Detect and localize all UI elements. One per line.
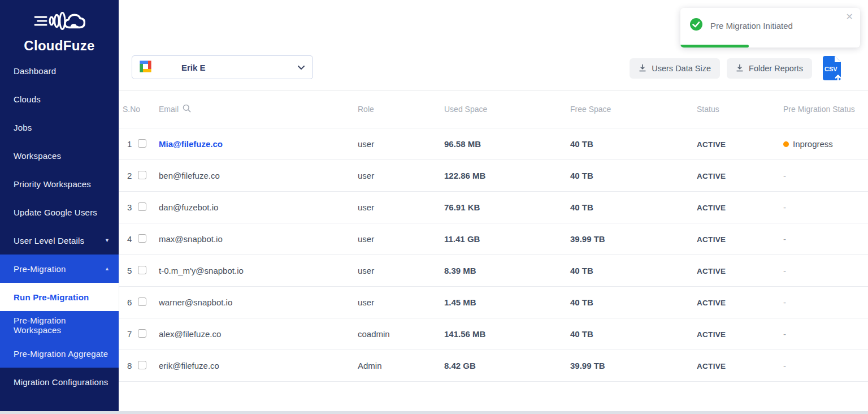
row-status: ACTIVE — [697, 172, 726, 180]
chevron-up-icon: ▲ — [105, 266, 110, 271]
row-free: 39.99 TB — [570, 361, 697, 370]
inprogress-dot-icon — [783, 141, 789, 147]
row-email[interactable]: Mia@filefuze.co — [159, 139, 358, 149]
row-premig: - — [783, 361, 866, 370]
sidebar-item-label: Jobs — [14, 123, 32, 132]
row-email: erik@filefuze.co — [159, 361, 358, 370]
sidebar-item-pre-migration[interactable]: Pre-Migration ▲ — [0, 255, 119, 283]
row-index: 6 — [119, 297, 138, 307]
row-used: 141.56 MB — [444, 329, 570, 339]
sidebar-item-pre-migration-workspaces[interactable]: Pre-Migration Workspaces — [0, 311, 119, 339]
row-index: 7 — [119, 329, 138, 339]
svg-text:CSV: CSV — [824, 66, 837, 72]
header-sno: S.No — [119, 105, 138, 114]
row-free: 40 TB — [570, 329, 697, 339]
account-dropdown-value: Erik E — [181, 63, 206, 72]
row-status: ACTIVE — [697, 362, 726, 370]
row-index: 5 — [119, 266, 138, 275]
table-header-row: S.No Email Role Used Space Free Space St… — [119, 90, 868, 128]
row-index: 8 — [119, 361, 138, 370]
row-email: ben@filefuze.co — [159, 171, 358, 180]
row-status: ACTIVE — [697, 267, 726, 275]
folder-reports-button[interactable]: Folder Reports — [727, 58, 812, 79]
row-role: user — [358, 297, 444, 307]
sidebar: CloudFuze Dashboard Clouds Jobs Workspac… — [0, 0, 119, 414]
sidebar-nav: Dashboard Clouds Jobs Workspaces Priorit… — [0, 57, 119, 396]
download-icon — [639, 64, 646, 74]
sidebar-item-jobs[interactable]: Jobs — [0, 113, 119, 141]
row-checkbox[interactable] — [138, 361, 146, 369]
close-icon[interactable]: ✕ — [846, 12, 853, 21]
account-dropdown[interactable]: Erik E — [132, 55, 313, 79]
download-icon — [736, 64, 744, 74]
sidebar-item-priority-workspaces[interactable]: Priority Workspaces — [0, 170, 119, 198]
row-premig: - — [783, 234, 866, 244]
row-email: dan@fuzebot.io — [159, 202, 358, 212]
row-status: ACTIVE — [697, 235, 726, 244]
row-role: user — [358, 171, 444, 180]
header-free: Free Space — [570, 105, 697, 114]
header-role: Role — [358, 105, 444, 114]
row-checkbox[interactable] — [138, 234, 146, 243]
toast-message: Pre Migration Initiated — [710, 21, 793, 31]
row-role: user — [358, 266, 444, 275]
sidebar-item-user-level-details[interactable]: User Level Details ▼ — [0, 226, 119, 255]
success-check-icon — [689, 18, 703, 33]
row-status: ACTIVE — [697, 299, 726, 307]
row-role: user — [358, 234, 444, 244]
row-free: 40 TB — [570, 266, 697, 275]
header-email-label: Email — [159, 105, 179, 114]
sidebar-item-label: Pre-Migration — [14, 264, 66, 274]
horizontal-scrollbar[interactable] — [0, 411, 868, 414]
table-row: 2 ben@filefuze.co user 122.86 MB 40 TB A… — [119, 160, 868, 192]
sidebar-item-label: Clouds — [14, 94, 41, 104]
users-table: S.No Email Role Used Space Free Space St… — [119, 90, 868, 382]
row-used: 11.41 GB — [444, 234, 570, 244]
row-free: 39.99 TB — [570, 234, 697, 244]
row-status: ACTIVE — [697, 204, 726, 212]
row-role: coadmin — [358, 329, 444, 339]
sidebar-item-update-google-users[interactable]: Update Google Users — [0, 198, 119, 226]
table-row: 4 max@snapbot.io user 11.41 GB 39.99 TB … — [119, 223, 868, 255]
sidebar-item-label: User Level Details — [14, 236, 84, 245]
row-checkbox[interactable] — [138, 171, 146, 179]
table-row: 6 warner@snapbot.io user 1.45 MB 40 TB A… — [119, 287, 868, 318]
csv-upload-button[interactable]: CSV — [821, 55, 843, 83]
row-used: 76.91 KB — [444, 202, 570, 212]
sidebar-item-label: Pre-Migration Workspaces — [14, 316, 110, 335]
sidebar-item-dashboard[interactable]: Dashboard — [0, 57, 119, 85]
premig-status-label: Inprogress — [793, 139, 833, 149]
cloudfuze-logo-icon — [33, 7, 85, 37]
table-row: 1 Mia@filefuze.co user 96.58 MB 40 TB AC… — [119, 128, 868, 160]
sidebar-item-label: Priority Workspaces — [14, 179, 91, 189]
row-checkbox[interactable] — [138, 139, 146, 148]
toast-progress-bar — [680, 45, 749, 48]
sidebar-item-pre-migration-aggregate[interactable]: Pre-Migration Aggregate — [0, 339, 119, 368]
row-premig: - — [783, 202, 866, 212]
table-body: 1 Mia@filefuze.co user 96.58 MB 40 TB AC… — [119, 128, 868, 382]
row-free: 40 TB — [570, 202, 697, 212]
row-checkbox[interactable] — [138, 297, 146, 306]
row-checkbox[interactable] — [138, 202, 146, 211]
chevron-down-icon — [298, 62, 305, 72]
users-data-size-button[interactable]: Users Data Size — [630, 58, 720, 79]
row-used: 8.39 MB — [444, 266, 570, 275]
row-checkbox[interactable] — [138, 266, 146, 274]
folder-reports-label: Folder Reports — [749, 64, 803, 73]
sidebar-item-workspaces[interactable]: Workspaces — [0, 141, 119, 170]
sidebar-item-migration-configurations[interactable]: Migration Configurations — [0, 368, 119, 396]
sidebar-item-run-pre-migration[interactable]: Run Pre-Migration — [0, 283, 119, 311]
sidebar-item-clouds[interactable]: Clouds — [0, 85, 119, 113]
row-role: user — [358, 139, 444, 149]
row-email: warner@snapbot.io — [159, 297, 358, 307]
row-checkbox[interactable] — [138, 329, 146, 338]
row-premig: - — [783, 171, 866, 180]
main-content: Erik E Users Data Size Folder Reports CS… — [119, 0, 868, 414]
row-email: t-0.m_m'y@snapbot.io — [159, 266, 358, 275]
sidebar-item-label: Migration Configurations — [14, 377, 108, 387]
users-data-size-label: Users Data Size — [652, 64, 711, 73]
search-icon[interactable] — [183, 104, 191, 114]
table-row: 5 t-0.m_m'y@snapbot.io user 8.39 MB 40 T… — [119, 255, 868, 287]
row-status: ACTIVE — [697, 330, 726, 339]
row-used: 122.86 MB — [444, 171, 570, 180]
